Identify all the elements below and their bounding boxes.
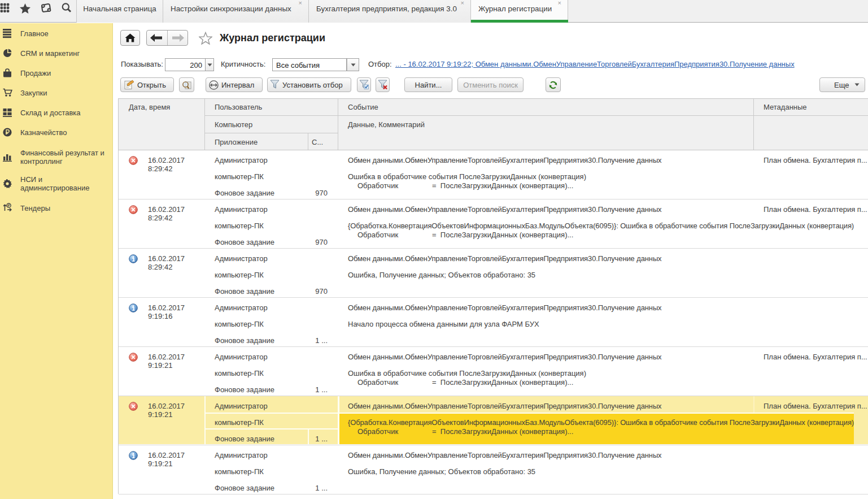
svg-text:₽: ₽ bbox=[7, 203, 10, 208]
